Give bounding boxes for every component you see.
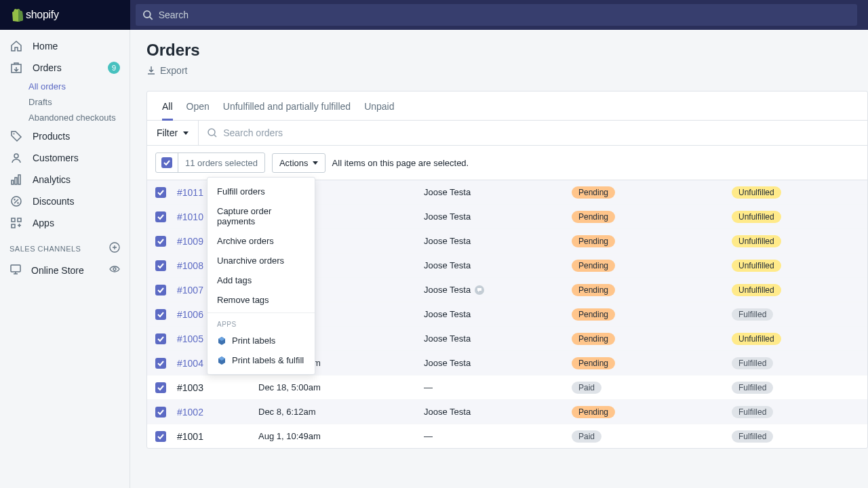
main-content: Orders Export All Open Unfulfilled and p…: [130, 0, 868, 488]
shopify-logo-icon: [11, 8, 23, 22]
row-checkbox[interactable]: [155, 211, 166, 222]
svg-rect-5: [12, 180, 14, 184]
svg-rect-11: [12, 224, 15, 228]
analytics-icon: [9, 173, 23, 186]
nav-customers[interactable]: Customers: [0, 147, 130, 169]
order-link[interactable]: #1010: [177, 211, 203, 222]
nav-all-orders[interactable]: All orders: [0, 79, 130, 94]
nav-analytics-label: Analytics: [33, 174, 71, 185]
global-search-box[interactable]: [136, 4, 857, 26]
row-checkbox[interactable]: [155, 260, 166, 271]
order-date: Aug 1, 10:49am: [258, 431, 424, 441]
nav-apps-label: Apps: [33, 218, 54, 228]
row-checkbox[interactable]: [155, 407, 166, 418]
order-id: #1001: [177, 431, 203, 442]
nav-apps[interactable]: Apps: [0, 212, 130, 234]
order-link[interactable]: #1006: [177, 309, 203, 320]
order-link[interactable]: #1009: [177, 236, 203, 247]
order-link[interactable]: #1005: [177, 333, 203, 344]
order-customer: Joose Testa: [424, 236, 572, 246]
tab-open[interactable]: Open: [180, 92, 216, 120]
caret-down-icon: [313, 161, 318, 165]
home-icon: [9, 39, 23, 53]
topbar-search-area: [130, 0, 868, 30]
fulfillment-status: Fulfilled: [732, 406, 773, 418]
order-link[interactable]: #1007: [177, 285, 203, 296]
payment-status: Pending: [572, 333, 615, 345]
apps-icon: [9, 216, 23, 230]
tab-unfulfilled[interactable]: Unfulfilled and partially fulfilled: [216, 92, 357, 120]
tab-all[interactable]: All: [155, 92, 180, 120]
order-customer: Joose Testa: [424, 211, 572, 222]
nav-orders[interactable]: Orders 9: [0, 57, 130, 79]
table-row[interactable]: #1002Dec 8, 6:12amJoose TestaPendingFulf…: [147, 399, 867, 424]
dd-unarchive-orders[interactable]: Unarchive orders: [208, 251, 315, 270]
row-checkbox[interactable]: [155, 358, 166, 369]
products-icon: [9, 129, 23, 143]
dd-remove-tags[interactable]: Remove tags: [208, 290, 315, 310]
row-checkbox[interactable]: [155, 187, 166, 198]
fulfillment-status: Fulfilled: [732, 382, 773, 394]
order-link[interactable]: #1002: [177, 407, 203, 418]
nav-drafts[interactable]: Drafts: [0, 94, 130, 110]
row-checkbox[interactable]: [155, 382, 166, 393]
svg-rect-9: [12, 218, 15, 222]
actions-label: Actions: [279, 158, 309, 168]
row-checkbox[interactable]: [155, 285, 166, 296]
nav-products-label: Products: [33, 131, 70, 142]
add-channel-button[interactable]: [109, 242, 120, 255]
nav-analytics[interactable]: Analytics: [0, 169, 130, 190]
table-row[interactable]: #1003Dec 18, 5:00am—PaidFulfilled: [147, 375, 867, 399]
payment-status: Pending: [572, 406, 615, 418]
tabs: All Open Unfulfilled and partially fulfi…: [147, 92, 867, 121]
search-orders-input[interactable]: [223, 121, 859, 145]
order-date: Dec 8, 6:12am: [258, 407, 424, 417]
order-link[interactable]: #1004: [177, 358, 203, 369]
sidebar: Home Orders 9 All orders Drafts Abandone…: [0, 0, 130, 488]
global-search-input[interactable]: [159, 9, 850, 20]
dd-capture-payments[interactable]: Capture order payments: [208, 201, 315, 231]
filter-label: Filter: [157, 127, 178, 138]
select-all-checkbox[interactable]: [161, 157, 172, 168]
fulfillment-status: Unfulfilled: [732, 260, 781, 272]
dd-archive-orders[interactable]: Archive orders: [208, 231, 315, 251]
note-icon: [475, 285, 484, 295]
dd-add-tags[interactable]: Add tags: [208, 270, 315, 290]
order-customer: —: [424, 431, 572, 441]
bulk-selection-message: All items on this page are selected.: [332, 158, 469, 168]
nav-discounts[interactable]: Discounts: [0, 190, 130, 212]
row-checkbox[interactable]: [155, 236, 166, 247]
brand-text: shopify: [26, 9, 59, 21]
row-checkbox[interactable]: [155, 431, 166, 442]
dd-print-labels[interactable]: Print labels: [208, 331, 315, 350]
discounts-icon: [9, 195, 23, 208]
dd-print-labels-fulfill[interactable]: Print labels & fulfill: [208, 350, 315, 370]
order-link[interactable]: #1011: [177, 187, 203, 198]
nav-discounts-label: Discounts: [33, 196, 74, 207]
actions-button[interactable]: Actions: [272, 153, 326, 173]
order-customer: Joose Testa: [424, 260, 572, 270]
table-row[interactable]: #1001Aug 1, 10:49am—PaidFulfilled: [147, 424, 867, 448]
row-checkbox[interactable]: [155, 333, 166, 344]
dd-fulfill-orders[interactable]: Fulfill orders: [208, 182, 315, 201]
order-customer: Joose Testa: [424, 187, 572, 197]
export-icon: [146, 66, 156, 75]
svg-rect-10: [18, 218, 21, 222]
svg-rect-7: [18, 175, 20, 184]
fulfillment-status: Unfulfilled: [732, 284, 781, 296]
customers-icon: [9, 151, 23, 165]
channel-online-store[interactable]: Online Store: [0, 259, 130, 281]
nav-abandoned[interactable]: Abandoned checkouts: [0, 110, 130, 125]
view-store-icon[interactable]: [109, 264, 120, 277]
order-link[interactable]: #1008: [177, 260, 203, 271]
order-customer: Joose Testa: [424, 333, 572, 344]
svg-point-0: [144, 11, 151, 18]
bulk-select-control[interactable]: 11 orders selected: [155, 152, 265, 173]
nav-products[interactable]: Products: [0, 125, 130, 147]
export-button[interactable]: Export: [146, 65, 187, 76]
row-checkbox[interactable]: [155, 309, 166, 320]
tab-unpaid[interactable]: Unpaid: [357, 92, 401, 120]
fulfillment-status: Fulfilled: [732, 430, 773, 443]
filter-button[interactable]: Filter: [147, 121, 199, 145]
nav-home[interactable]: Home: [0, 35, 130, 57]
